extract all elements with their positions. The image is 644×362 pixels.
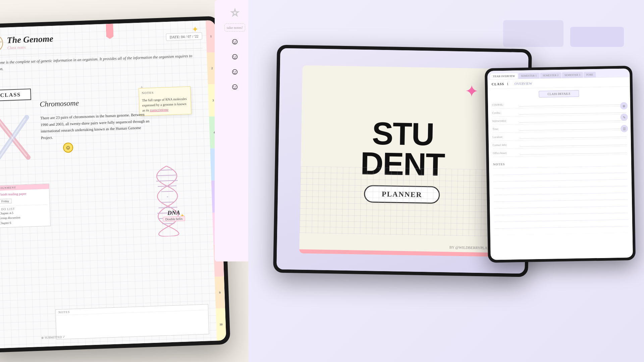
nav-semester-1[interactable]: SEMESTER 1 [518,73,539,79]
credits-row: Credits: [492,108,626,117]
contact-row: Contact Info: [493,140,627,149]
notebook-page: ✦ STUDY TIME FULL NOTES The Genome Class… [0,20,226,349]
smiley-face: ☺ [63,142,73,153]
small-tablet: YEAR OVERVIEW SEMESTER 1 SEMESTER 2 SEME… [485,66,636,263]
nav-semester-3[interactable]: SEMESTER 3 [562,72,583,78]
nav-fore[interactable]: FORE [584,72,596,78]
course-value[interactable] [519,100,626,107]
contact-label: Contact Info: [493,143,520,146]
location-label: Location: [492,135,519,138]
tab-9[interactable]: 9 [215,276,225,309]
genome-description: A genome is the complete set of genetic … [0,53,200,73]
overview-link[interactable]: OVERVIEW [515,81,532,85]
sticky-header: NOTES [142,89,187,96]
svg-line-0 [161,170,173,170]
right-icons: ⊕ ✎ ☰ [620,102,628,132]
instructor-label: Instructor(s): [492,119,519,122]
dna-helix-illustration: ✦ [146,162,189,237]
time-label: Time: [492,127,519,130]
left-tablet-screen: ✦ STUDY TIME FULL NOTES The Genome Class… [0,20,226,349]
right-area: ✦ STU DENT PLANNER BY @WILDBERRYPLANN [248,0,644,362]
assignment-box: ASSIGNMENT ☐ Finish reading paper ↔ Frid… [0,184,51,228]
title-area: The Genome Class notes [7,30,162,50]
assignment-body: ☐ Finish reading paper ↔ Friday TO DO LI… [0,189,50,228]
class-details-button[interactable]: CLASS DETAILS [539,90,579,98]
svg-line-4 [161,191,173,192]
transcriptome-link: transcriptome [150,107,168,112]
sticker-take-notes: take notes! [224,23,245,32]
left-tablet: ✦ STUDY TIME FULL NOTES The Genome Class… [0,16,230,353]
deco-rect-1 [503,20,564,47]
tab-10[interactable]: 10 [216,308,226,341]
time-row: Time: [492,124,627,133]
pink-star: ✦ [465,81,479,101]
small-tablet-screen: YEAR OVERVIEW SEMESTER 1 SEMESTER 2 SEME… [487,68,633,260]
sticker-smiley-3: ☺ [230,67,239,77]
svg-line-7 [159,207,177,208]
class-number: 1 [507,82,508,86]
class-details-page: YEAR OVERVIEW SEMESTER 1 SEMESTER 2 SEME… [487,68,633,260]
location-row: Location: [492,132,627,141]
dna-sub-label: Double helix [163,216,185,222]
class-button[interactable]: CLASS [0,88,31,101]
svg-line-10 [162,224,174,224]
notes-lines [493,166,628,235]
by-text: BY @WILDBERRYPLANN [449,245,493,250]
assignment-item: ☐ Finish reading paper [0,191,47,196]
instructor-row: Instructor(s): [492,116,627,125]
sticker-smiley-2: ☺ [230,52,239,62]
office-row: Office hours: [493,148,627,157]
notebook-header: STUDY TIME FULL NOTES The Genome Class n… [0,27,203,52]
nav-year-overview[interactable]: YEAR OVERVIEW [490,73,518,79]
svg-line-1 [157,175,176,176]
dna-main-label: DNA [163,209,185,217]
date-badge: DATE: 04 / 07 / '22 [166,32,202,41]
notes-area: NOTES [489,158,633,238]
class-label: CLASS [492,82,504,86]
form-section: COURSE: Credits: Instructor(s): Time: [488,99,631,160]
office-value[interactable] [520,148,627,155]
sticker-smiley-4: ☺ [230,82,239,92]
sticker-star: ☆ [230,7,239,18]
icon-btn-1[interactable]: ⊕ [620,102,628,109]
credits-label: Credits: [492,111,519,114]
icon-btn-3[interactable]: ☰ [621,125,628,132]
dna-label: DNA Double helix [163,209,185,222]
chromosome-illustration [0,110,35,165]
time-value[interactable] [519,124,627,131]
bottom-notes-header: NOTES [56,304,208,315]
bottom-notes: NOTES [55,304,209,340]
class-section: CLASS 1 OVERVIEW [488,77,630,89]
chromosome-heading: Chromosome [40,99,79,109]
icon-btn-2[interactable]: ✎ [620,113,628,121]
sticky-text: The full range of RNA molecules expresse… [142,96,188,113]
title-line-1: STU [361,118,445,150]
location-value[interactable] [519,132,627,139]
cover-inner: ✦ STU DENT PLANNER BY @WILDBERRYPLANN [299,65,506,257]
credits-value[interactable] [519,108,626,115]
notes-label: NOTES [493,161,627,166]
office-label: Office hours: [493,151,520,155]
cover-grid [300,166,504,237]
course-label: COURSE: [492,103,519,106]
cover-pink-bar [299,249,503,257]
contact-value[interactable] [520,140,627,147]
course-row: COURSE: [492,100,626,109]
svg-line-6 [162,202,174,202]
nav-semester-2[interactable]: SEMESTER 2 [540,72,561,78]
deco-rect-2 [570,27,624,47]
sticker-smiley-1: ☺ [230,37,239,47]
svg-line-3 [158,186,176,186]
chromosome-text: There are 23 pairs of chromosomes in the… [40,111,152,141]
logo-circle: STUDY TIME FULL NOTES [0,34,3,52]
instructor-value[interactable] [519,116,627,123]
due-date: ↔ Friday [0,198,12,204]
